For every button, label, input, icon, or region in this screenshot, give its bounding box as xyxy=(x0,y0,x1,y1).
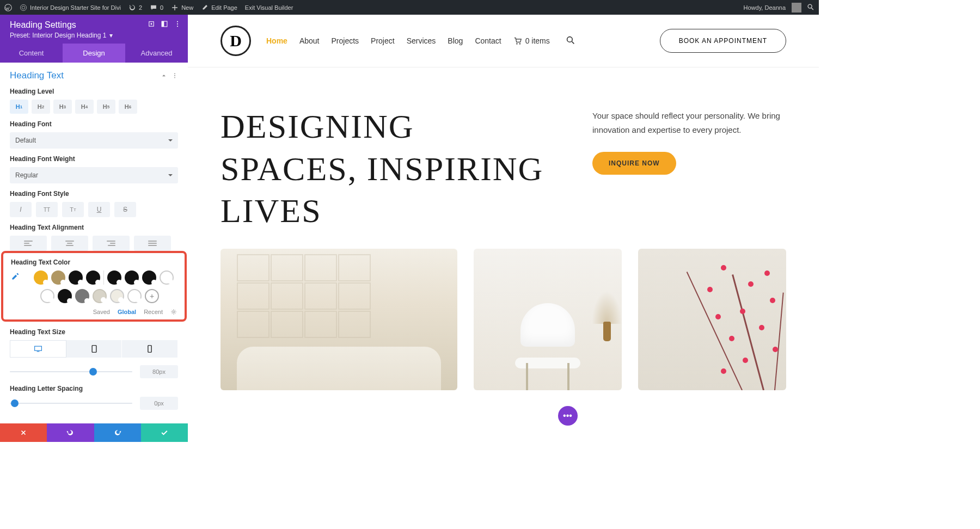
nav-services[interactable]: Services xyxy=(407,36,436,45)
color-swatch[interactable] xyxy=(142,270,156,285)
save-button[interactable] xyxy=(141,423,188,442)
section-more-icon[interactable] xyxy=(171,72,178,79)
site-logo[interactable]: D xyxy=(220,26,251,56)
svg-point-2 xyxy=(22,6,25,9)
cart-link[interactable]: 0 items xyxy=(513,36,550,45)
align-center[interactable] xyxy=(51,236,88,251)
cancel-button[interactable] xyxy=(0,423,47,442)
gallery-image-2 xyxy=(474,249,622,390)
color-tab-saved[interactable]: Saved xyxy=(93,309,110,315)
heading-level-h2[interactable]: H2 xyxy=(32,100,50,114)
heading-font-select[interactable]: Default xyxy=(10,132,178,149)
align-justify[interactable] xyxy=(134,236,171,251)
page-preview: D Home About Projects Project Services B… xyxy=(188,15,819,442)
align-right[interactable] xyxy=(93,236,130,251)
color-tab-global[interactable]: Global xyxy=(118,309,136,315)
color-settings-icon[interactable] xyxy=(170,309,177,315)
align-left[interactable] xyxy=(10,236,47,251)
more-icon[interactable] xyxy=(174,20,181,28)
comments-link[interactable]: 0 xyxy=(150,4,163,11)
svg-point-1 xyxy=(20,4,26,10)
device-desktop[interactable] xyxy=(10,340,66,358)
user-greeting[interactable]: Howdy, Deanna xyxy=(744,3,801,13)
tab-design[interactable]: Design xyxy=(63,44,125,63)
color-swatch[interactable] xyxy=(75,289,89,303)
heading-level-h4[interactable]: H4 xyxy=(75,100,94,114)
svg-point-8 xyxy=(177,21,178,22)
svg-rect-16 xyxy=(92,346,96,352)
nav-projects[interactable]: Projects xyxy=(332,36,359,45)
tab-content[interactable]: Content xyxy=(0,44,63,63)
label-heading-font: Heading Font xyxy=(10,120,178,128)
drag-icon[interactable] xyxy=(148,20,155,28)
text-size-value[interactable]: 80px xyxy=(140,365,178,378)
svg-point-5 xyxy=(151,23,152,25)
heading-level-toggle: H1 H2 H3 H4 H5 H6 xyxy=(10,100,178,114)
heading-level-h5[interactable]: H5 xyxy=(97,100,115,114)
wp-logo-icon[interactable] xyxy=(4,4,12,11)
color-swatch[interactable] xyxy=(127,289,142,303)
nav-project[interactable]: Project xyxy=(371,36,395,45)
device-phone[interactable] xyxy=(122,340,178,358)
preset-selector[interactable]: Preset: Interior Design Heading 1 ▾ xyxy=(10,32,178,39)
color-swatch[interactable] xyxy=(69,270,83,285)
add-color-swatch[interactable]: + xyxy=(145,289,159,303)
section-heading-text[interactable]: Heading Text xyxy=(10,70,178,81)
heading-weight-select[interactable]: Regular xyxy=(10,167,178,183)
exit-visual-builder-link[interactable]: Exit Visual Builder xyxy=(245,4,293,11)
italic-toggle[interactable]: I xyxy=(10,202,32,217)
nav-about[interactable]: About xyxy=(299,36,320,45)
device-tablet[interactable] xyxy=(66,340,122,358)
strikethrough-toggle[interactable]: S xyxy=(114,202,136,217)
color-swatch[interactable] xyxy=(107,270,121,285)
nav-contact[interactable]: Contact xyxy=(475,36,501,45)
heading-level-h6[interactable]: H6 xyxy=(119,100,137,114)
book-appointment-button[interactable]: BOOK AN APPOINTMENT xyxy=(660,29,786,53)
uppercase-toggle[interactable]: TT xyxy=(36,202,58,217)
heading-level-h1[interactable]: H1 xyxy=(10,100,28,114)
color-tab-recent[interactable]: Recent xyxy=(144,309,163,315)
image-gallery xyxy=(188,249,819,390)
redo-button[interactable] xyxy=(94,423,141,442)
eyedropper-icon[interactable] xyxy=(11,272,20,283)
svg-rect-15 xyxy=(34,346,41,350)
color-swatch[interactable] xyxy=(34,270,48,285)
site-name-link[interactable]: Interior Design Starter Site for Divi xyxy=(20,4,121,11)
svg-point-18 xyxy=(516,43,517,44)
svg-point-3 xyxy=(808,4,812,8)
letter-spacing-value[interactable]: 0px xyxy=(140,397,178,410)
settings-tabs: Content Design Advanced xyxy=(0,44,188,63)
svg-point-11 xyxy=(174,73,175,75)
expand-icon[interactable] xyxy=(161,20,168,28)
nav-blog[interactable]: Blog xyxy=(448,36,463,45)
inquire-now-button[interactable]: INQUIRE NOW xyxy=(592,152,676,175)
admin-search-icon[interactable] xyxy=(807,3,814,12)
undo-button[interactable] xyxy=(47,423,94,442)
color-swatch[interactable] xyxy=(160,270,174,285)
site-search-icon[interactable] xyxy=(566,36,575,46)
revisions-link[interactable]: 2 xyxy=(128,4,142,11)
svg-point-13 xyxy=(174,77,175,78)
text-size-slider[interactable] xyxy=(10,371,132,372)
heading-level-h3[interactable]: H3 xyxy=(53,100,72,114)
color-swatch[interactable] xyxy=(125,270,139,285)
new-content-link[interactable]: New xyxy=(171,4,193,11)
smallcaps-toggle[interactable]: TT xyxy=(62,202,84,217)
color-swatch[interactable] xyxy=(93,289,107,303)
label-heading-align: Heading Text Alignment xyxy=(10,224,178,231)
color-swatch[interactable] xyxy=(86,270,100,285)
underline-toggle[interactable]: U xyxy=(88,202,110,217)
nav-home[interactable]: Home xyxy=(266,36,287,45)
color-swatch[interactable] xyxy=(40,289,54,303)
color-swatch[interactable] xyxy=(110,289,124,303)
color-swatch[interactable] xyxy=(58,289,72,303)
hero-heading[interactable]: DESIGNING SPACES, INSPIRING LIVES xyxy=(220,106,560,232)
chevron-up-icon[interactable] xyxy=(161,72,167,79)
letter-spacing-slider[interactable] xyxy=(10,403,132,404)
edit-page-link[interactable]: Edit Page xyxy=(201,4,237,11)
builder-fab-icon[interactable]: ••• xyxy=(558,406,578,426)
tab-advanced[interactable]: Advanced xyxy=(125,44,188,63)
color-swatch[interactable] xyxy=(51,270,65,285)
label-heading-size: Heading Text Size xyxy=(10,328,178,336)
svg-rect-7 xyxy=(162,21,164,27)
